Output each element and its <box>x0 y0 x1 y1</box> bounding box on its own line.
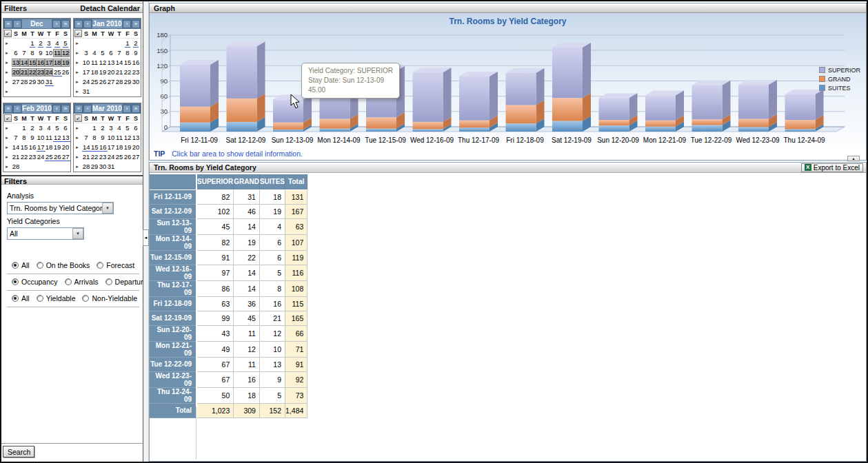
calendar-day[interactable]: 15 <box>123 59 132 67</box>
calendar-day[interactable]: 17 <box>107 143 115 152</box>
yield-categories-select[interactable]: All ▼ <box>7 227 84 240</box>
calendar-day[interactable]: 9 <box>132 49 140 57</box>
bar-sun-12-20-09[interactable] <box>599 93 638 132</box>
search-button[interactable]: Search <box>3 446 34 457</box>
calendar-day[interactable]: 30 <box>99 163 107 171</box>
week-select-icon[interactable]: ► <box>3 41 12 45</box>
calendar-day[interactable]: 1 <box>90 124 99 132</box>
week-select-icon[interactable]: ► <box>74 51 82 55</box>
calendar-day[interactable]: 20 <box>61 143 70 152</box>
calendar-day[interactable]: 3 <box>37 124 45 132</box>
calendar-first-icon[interactable]: « <box>74 105 83 113</box>
week-select-icon[interactable]: ► <box>74 165 82 169</box>
calendar-day[interactable]: 22 <box>20 153 28 161</box>
calendar-corner-icon[interactable]: ↙ <box>4 114 12 122</box>
calendar-day[interactable]: 18 <box>53 59 61 67</box>
calendar-day[interactable]: 18 <box>45 143 53 152</box>
calendar-day[interactable]: 4 <box>53 39 61 48</box>
calendar-day[interactable]: 4 <box>45 124 53 132</box>
bar-sat-12-12-09[interactable] <box>227 41 265 132</box>
calendar-day[interactable]: 8 <box>90 134 99 142</box>
calendar-day[interactable]: 26 <box>99 78 107 86</box>
calendar-day[interactable]: 29 <box>90 163 99 171</box>
calendar-day[interactable]: 31 <box>107 163 115 171</box>
calendar-day[interactable]: 27 <box>61 153 70 161</box>
calendar-next-icon[interactable]: › <box>52 105 61 113</box>
calendar-last-icon[interactable]: » <box>61 105 70 113</box>
calendar-day[interactable]: 24 <box>107 153 115 161</box>
week-select-icon[interactable]: ► <box>74 61 82 65</box>
week-select-icon[interactable]: ► <box>3 90 12 94</box>
calendar-day[interactable]: 16 <box>99 143 107 152</box>
calendar-day[interactable]: 10 <box>45 49 53 57</box>
calendar-day[interactable]: 6 <box>61 124 70 132</box>
calendar-day[interactable]: 24 <box>82 78 90 86</box>
week-select-icon[interactable]: ► <box>3 61 12 65</box>
week-select-icon[interactable]: ► <box>74 70 82 74</box>
export-to-excel-button[interactable]: X Export to Excel <box>801 163 863 172</box>
calendar-day[interactable]: 4 <box>90 49 99 57</box>
calendar-day[interactable]: 10 <box>107 134 115 142</box>
calendar-next-icon[interactable]: › <box>123 20 131 28</box>
calendar-day[interactable]: 27 <box>12 78 20 86</box>
calendar-day[interactable]: 3 <box>45 39 53 48</box>
calendar-day[interactable]: 21 <box>82 153 90 161</box>
calendar-day[interactable]: 10 <box>37 134 45 142</box>
week-select-icon[interactable]: ► <box>74 136 82 140</box>
calendar-day[interactable]: 2 <box>99 124 107 132</box>
calendar-prev-icon[interactable]: ‹ <box>13 20 21 28</box>
calendar-day[interactable]: 1 <box>123 39 132 48</box>
calendar-day[interactable]: 25 <box>45 153 53 161</box>
calendar-day[interactable]: 22 <box>90 153 99 161</box>
calendar-day[interactable]: 30 <box>132 78 140 86</box>
calendar-day[interactable]: 2 <box>132 39 140 48</box>
bar-wed-12-16-09[interactable] <box>413 68 452 132</box>
calendar-day[interactable]: 11 <box>53 49 61 57</box>
calendar-day[interactable]: 13 <box>61 134 70 142</box>
radio-occupancy[interactable]: Occupancy <box>12 278 58 286</box>
calendar-day[interactable]: 19 <box>123 143 132 152</box>
calendar-last-icon[interactable]: » <box>61 20 70 28</box>
calendar-day[interactable]: 12 <box>123 134 132 142</box>
bar-fri-12-18-09[interactable] <box>506 68 545 132</box>
calendar-day[interactable]: 14 <box>82 143 90 152</box>
calendar-day[interactable]: 31 <box>82 88 90 96</box>
calendar-day[interactable]: 7 <box>12 134 20 142</box>
calendar-day[interactable]: 25 <box>90 78 99 86</box>
collapse-sidebar-button[interactable]: ◄ <box>143 229 149 246</box>
calendar-day[interactable]: 23 <box>28 153 37 161</box>
radio-all[interactable]: All <box>12 294 30 302</box>
calendar-day[interactable]: 8 <box>28 49 37 57</box>
calendar-day[interactable]: 1 <box>20 124 28 132</box>
radio-arrivals[interactable]: Arrivals <box>65 278 99 286</box>
calendar-day[interactable]: 17 <box>45 59 53 67</box>
calendar-day[interactable]: 14 <box>115 59 123 67</box>
calendar-day[interactable]: 25 <box>53 68 61 76</box>
calendar-corner-icon[interactable]: ↙ <box>74 30 82 37</box>
calendar-day[interactable]: 7 <box>20 49 28 57</box>
calendar-day[interactable]: 28 <box>12 163 20 171</box>
chevron-down-icon[interactable]: ▼ <box>102 203 113 214</box>
calendar-prev-icon[interactable]: ‹ <box>83 105 92 113</box>
radio-forecast[interactable]: Forecast <box>97 261 134 269</box>
calendar-day[interactable]: 11 <box>90 59 99 67</box>
week-select-icon[interactable]: ► <box>3 136 12 140</box>
bar-mon-12-21-09[interactable] <box>645 90 684 132</box>
calendar-day[interactable]: 2 <box>37 39 45 48</box>
calendar-day[interactable]: 16 <box>28 143 37 152</box>
calendar-day[interactable]: 2 <box>28 124 37 132</box>
week-select-icon[interactable]: ► <box>74 90 82 94</box>
calendar-day[interactable]: 1 <box>28 39 37 48</box>
calendar-day[interactable]: 3 <box>107 124 115 132</box>
radio-on-the-books[interactable]: On the Books <box>37 261 90 269</box>
bar-sat-12-19-09[interactable] <box>552 43 591 132</box>
calendar-day[interactable]: 21 <box>12 153 20 161</box>
calendar-day[interactable]: 6 <box>12 49 20 57</box>
calendar-day[interactable]: 15 <box>90 143 99 152</box>
calendar-day[interactable]: 29 <box>28 78 37 86</box>
calendar-corner-icon[interactable]: ↙ <box>4 30 12 37</box>
bar-fri-12-11-09[interactable] <box>180 60 219 132</box>
calendar-day[interactable]: 29 <box>123 78 132 86</box>
bar-tue-12-22-09[interactable] <box>692 81 731 132</box>
calendar-day[interactable]: 16 <box>37 59 45 67</box>
